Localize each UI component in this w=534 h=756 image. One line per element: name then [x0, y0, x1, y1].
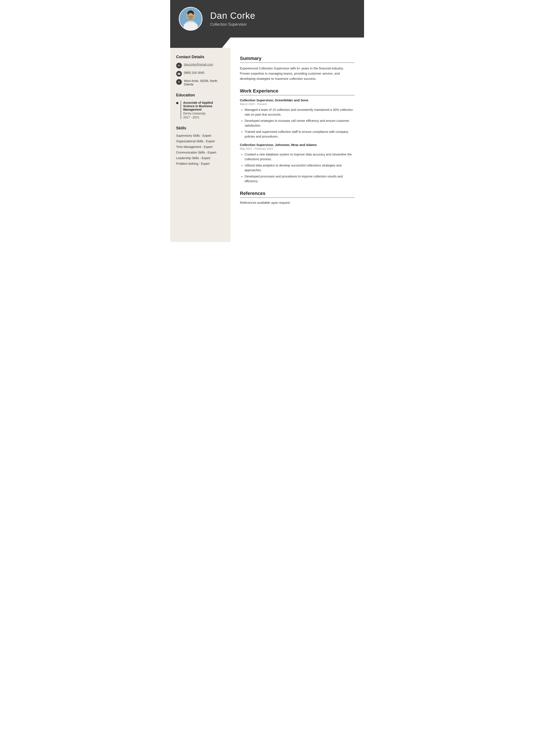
work-experience-title: Work Experience: [240, 88, 355, 95]
location-icon: ⚲: [176, 79, 182, 85]
job-bullet-item: Utilized data analytics to develop succe…: [245, 163, 355, 173]
phone-icon: ☎: [176, 71, 182, 76]
work-experience-section: Work Experience Collection Supervisor, G…: [240, 88, 355, 184]
candidate-name: Dan Corke: [210, 11, 255, 21]
contact-phone-item: ☎ (860) 316 3045: [176, 71, 224, 76]
job-title: Collection Supervisor, Johnston, Mraz an…: [240, 143, 355, 147]
references-text: References available upon request: [240, 201, 355, 204]
skill-item: Communication Skills - Expert: [176, 151, 224, 154]
references-title: References: [240, 191, 355, 198]
skill-item: Supervisory Skills - Expert: [176, 134, 224, 137]
skills-section-title: Skills: [176, 126, 224, 130]
job-dates: May 2021 - February 2023: [240, 147, 355, 150]
chevron-right: [231, 38, 364, 48]
header: Dan Corke Collection Supervisor: [170, 0, 364, 38]
edu-content: Associate of Applied Science in Business…: [181, 101, 224, 119]
chevron-divider: [170, 38, 364, 48]
edu-degree: Associate of Applied Science in Business…: [183, 101, 224, 111]
job-bullet-item: Managed a team of 15 collectors and cons…: [245, 107, 355, 117]
chevron-left: [170, 38, 231, 48]
svg-point-6: [189, 17, 192, 20]
main-content: Summary Experienced Collection Superviso…: [231, 48, 364, 242]
job-dates: March 2023 - Present: [240, 102, 355, 106]
skills-section: Skills Supervisory Skills - ExpertOrgani…: [176, 126, 224, 165]
header-text-block: Dan Corke Collection Supervisor: [210, 11, 255, 27]
references-section: References References available upon req…: [240, 191, 355, 204]
edu-school: DeVry University: [183, 112, 224, 115]
sidebar: Contact Details ✉ dancorke@gmail.com ☎ (…: [170, 48, 231, 242]
job-title: Collection Supervisor, Greenfelder and S…: [240, 98, 355, 102]
summary-title: Summary: [240, 56, 355, 63]
skill-item: Problem-Solving - Expert: [176, 162, 224, 165]
jobs-list: Collection Supervisor, Greenfelder and S…: [240, 98, 355, 184]
phone-value: (860) 316 3045: [184, 71, 204, 74]
job-bullet-item: Developed strategies to increase call ce…: [245, 119, 355, 128]
job-bullet-item: Created a new database system to improve…: [245, 152, 355, 162]
contact-address-item: ⚲ West Amie, 30256, North Dakota: [176, 79, 224, 86]
svg-rect-11: [184, 24, 197, 30]
summary-section: Summary Experienced Collection Superviso…: [240, 56, 355, 81]
contact-email-item: ✉ dancorke@gmail.com: [176, 63, 224, 68]
job-entry: Collection Supervisor, Johnston, Mraz an…: [240, 143, 355, 184]
edu-bullet-icon: [176, 102, 178, 104]
skill-item: Leadership Skills - Expert: [176, 156, 224, 160]
skill-item: Organizational Skills - Expert: [176, 140, 224, 143]
main-layout: Contact Details ✉ dancorke@gmail.com ☎ (…: [170, 48, 364, 242]
job-entry: Collection Supervisor, Greenfelder and S…: [240, 98, 355, 139]
contact-section: Contact Details ✉ dancorke@gmail.com ☎ (…: [176, 55, 224, 86]
skills-list: Supervisory Skills - ExpertOrganizationa…: [176, 134, 224, 165]
education-section-title: Education: [176, 93, 224, 97]
job-bullet-item: Developed processes and procedures to im…: [245, 174, 355, 184]
avatar: [179, 7, 202, 31]
candidate-title: Collection Supervisor: [210, 22, 255, 27]
address-value: West Amie, 30256, North Dakota: [184, 79, 224, 86]
summary-text: Experienced Collection Supervisor with 8…: [240, 66, 355, 81]
edu-years: 2017 - 2021: [183, 116, 224, 119]
education-section: Education Associate of Applied Science i…: [176, 93, 224, 119]
skill-item: Time Management - Expert: [176, 145, 224, 148]
job-bullet-item: Trained and supervised collection staff …: [245, 129, 355, 139]
job-bullets-list: Created a new database system to improve…: [240, 152, 355, 184]
email-icon: ✉: [176, 63, 182, 68]
contact-section-title: Contact Details: [176, 55, 224, 59]
education-item: Associate of Applied Science in Business…: [176, 101, 224, 119]
email-value[interactable]: dancorke@gmail.com: [184, 63, 213, 66]
job-bullets-list: Managed a team of 15 collectors and cons…: [240, 107, 355, 139]
